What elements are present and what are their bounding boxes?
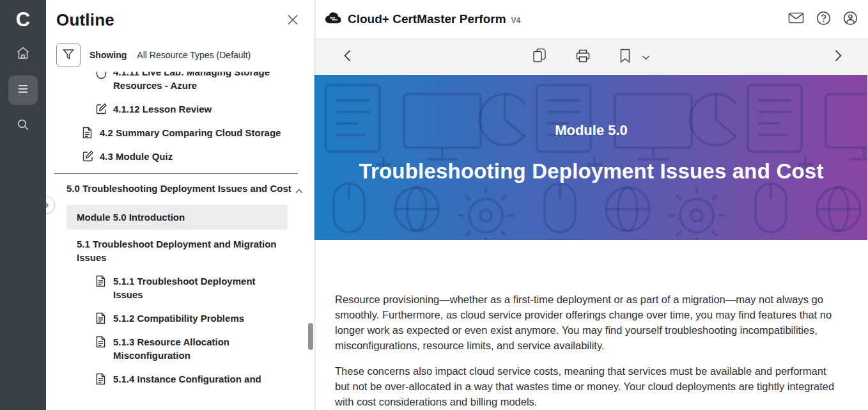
- document-icon: [96, 312, 107, 324]
- banner-background: [314, 75, 867, 240]
- next-icon: [834, 49, 842, 65]
- outline-menu-button[interactable]: [8, 75, 38, 105]
- app-title: Cloud+ CertMaster Perform: [348, 12, 506, 26]
- edit-icon: [96, 103, 107, 114]
- chevron-up-icon: [295, 184, 303, 197]
- outline-item[interactable]: 5.1.4 Instance Configuration and: [46, 372, 314, 386]
- lesson-content: Resource provisioning—whether as a first…: [314, 240, 868, 410]
- app-header: Cloud+ CertMaster Perform V4: [314, 0, 868, 39]
- outline-section-divider: [54, 173, 298, 174]
- previous-page-button[interactable]: [343, 49, 352, 65]
- next-page-button[interactable]: [834, 49, 842, 65]
- help-button[interactable]: [816, 11, 831, 28]
- cloud-icon: [324, 11, 342, 28]
- module-banner: Module 5.0 Troubleshooting Deployment Is…: [314, 75, 868, 240]
- lesson-paragraph: Resource provisioning—whether as a first…: [335, 292, 842, 353]
- mouse-icon: [96, 72, 107, 79]
- mail-icon: [788, 12, 804, 27]
- outline-item[interactable]: 4.3 Module Quiz: [46, 150, 314, 163]
- outline-scrollbar[interactable]: [308, 323, 313, 350]
- edit-icon: [82, 150, 94, 162]
- content-toolbar: [314, 39, 868, 75]
- close-icon: [287, 17, 298, 28]
- print-icon: [576, 49, 591, 66]
- outline-tree: 4.1.11 Live Lab: Managing Storage Resour…: [46, 72, 314, 410]
- outline-item-label: 4.2 Summary Comparing Cloud Storage: [100, 126, 281, 139]
- document-icon: [96, 275, 107, 287]
- menu-icon: [15, 81, 31, 99]
- copy-button[interactable]: [533, 48, 546, 66]
- bookmark-icon: [620, 49, 631, 66]
- outline-item[interactable]: 5.1.2 Compatibility Problems: [46, 311, 314, 325]
- document-icon: [82, 127, 94, 139]
- lesson-paragraph: These concerns also impact cloud service…: [335, 363, 842, 409]
- left-rail: C: [0, 0, 46, 410]
- bookmark-button[interactable]: [620, 49, 631, 66]
- outline-item[interactable]: 4.2 Summary Comparing Cloud Storage: [46, 126, 314, 139]
- outline-item-label: 5.1.2 Compatibility Problems: [113, 311, 244, 325]
- outline-item-active[interactable]: Module 5.0 Introduction: [66, 205, 288, 230]
- filter-label: Showing: [89, 50, 127, 60]
- messages-button[interactable]: [788, 12, 804, 27]
- outline-item[interactable]: 5.1.3 Resource Allocation Misconfigurati…: [46, 335, 314, 362]
- outline-item[interactable]: 4.1.11 Live Lab: Managing Storage Resour…: [46, 72, 314, 92]
- outline-item[interactable]: 4.1.12 Lesson Review: [46, 102, 314, 116]
- app-version: V4: [511, 16, 521, 25]
- outline-item-label: 5.0 Troubleshooting Deployment Issues an…: [66, 182, 291, 195]
- filter-icon: [62, 48, 75, 63]
- search-button[interactable]: [8, 111, 38, 141]
- outline-item-label: 5.1 Troubleshoot Deployment and Migratio…: [77, 237, 295, 264]
- chevron-down-icon: [642, 51, 650, 63]
- outline-item-label: 5.1.1 Troubleshoot Deployment Issues: [113, 274, 284, 301]
- close-outline-button[interactable]: [287, 14, 298, 28]
- filter-value: All Resource Types (Default): [137, 50, 251, 60]
- home-icon: [15, 45, 31, 63]
- outline-title: Outline: [56, 10, 114, 30]
- outline-item-label: 5.1.3 Resource Allocation Misconfigurati…: [113, 335, 284, 362]
- outline-item-label: 4.3 Module Quiz: [100, 150, 173, 163]
- outline-item[interactable]: 5.1.1 Troubleshoot Deployment Issues: [46, 274, 314, 301]
- print-button[interactable]: [576, 49, 591, 66]
- banner-module-label: Module 5.0: [555, 122, 628, 139]
- comptia-logo: C: [16, 6, 30, 33]
- search-icon: [15, 117, 31, 135]
- outline-section-header[interactable]: 5.0 Troubleshooting Deployment Issues an…: [46, 182, 314, 197]
- home-button[interactable]: [8, 40, 38, 69]
- outline-item-label: Module 5.0 Introduction: [77, 210, 185, 224]
- filter-button[interactable]: [56, 43, 81, 67]
- previous-icon: [343, 49, 352, 65]
- copy-icon: [533, 48, 546, 66]
- outline-item-label: 4.1.12 Lesson Review: [113, 102, 212, 116]
- help-icon: [816, 11, 831, 28]
- bookmark-menu-button[interactable]: [642, 51, 650, 63]
- main-area: Cloud+ CertMaster Perform V4: [314, 0, 868, 410]
- account-icon: [843, 11, 858, 28]
- banner-title: Troubleshooting Deployment Issues and Co…: [359, 159, 823, 184]
- outline-item-label: 4.1.11 Live Lab: Managing Storage Resour…: [113, 72, 284, 92]
- outline-panel: Outline Showing All Resource Types (Defa…: [46, 0, 314, 410]
- account-button[interactable]: [843, 11, 858, 28]
- outline-item-label: 5.1.4 Instance Configuration and: [113, 372, 261, 386]
- document-icon: [96, 336, 107, 348]
- document-icon: [96, 373, 107, 385]
- outline-item[interactable]: 5.1 Troubleshoot Deployment and Migratio…: [46, 237, 314, 264]
